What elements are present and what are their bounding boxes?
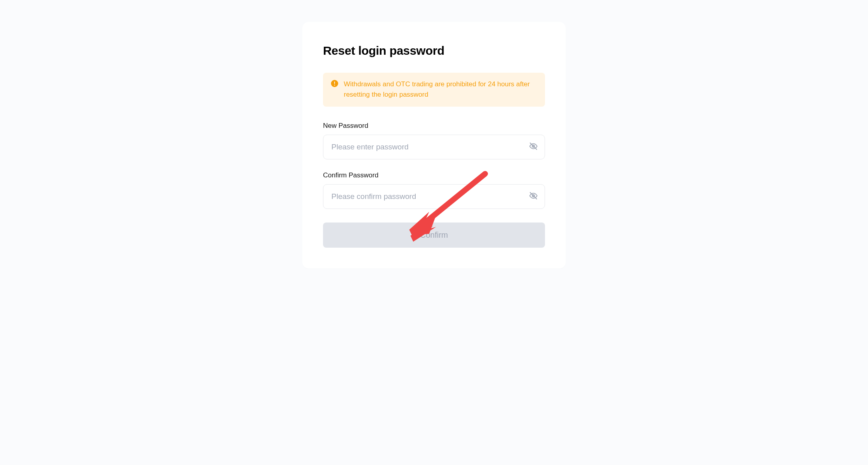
svg-point-2 (334, 85, 335, 85)
confirm-button[interactable]: Confirm (323, 223, 545, 248)
new-password-field-group: New Password (323, 122, 545, 159)
confirm-password-field-group: Confirm Password (323, 171, 545, 209)
warning-message: Withdrawals and OTC trading are prohibit… (344, 79, 537, 100)
new-password-label: New Password (323, 122, 545, 130)
new-password-input-wrapper (323, 135, 545, 159)
page-title: Reset login password (323, 44, 545, 58)
svg-rect-1 (334, 81, 335, 84)
warning-banner: Withdrawals and OTC trading are prohibit… (323, 73, 545, 107)
confirm-password-input-wrapper (323, 184, 545, 209)
confirm-password-visibility-toggle[interactable] (529, 191, 538, 202)
confirm-password-label: Confirm Password (323, 171, 545, 179)
warning-icon (331, 80, 338, 89)
eye-off-icon (529, 142, 538, 152)
confirm-password-input[interactable] (323, 184, 545, 209)
eye-off-icon (529, 191, 538, 202)
reset-password-card: Reset login password Withdrawals and OTC… (302, 22, 566, 268)
new-password-visibility-toggle[interactable] (529, 142, 538, 152)
new-password-input[interactable] (323, 135, 545, 159)
